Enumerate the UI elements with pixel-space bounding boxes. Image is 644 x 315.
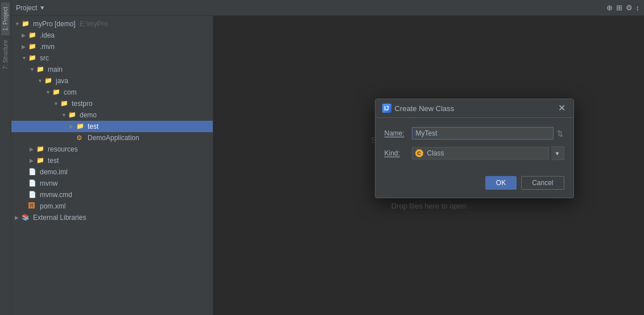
tree-label-test: test (88, 122, 98, 130)
tree-item-mvnw-cmd[interactable]: ▶ 📄 mvnw.cmd (11, 189, 213, 201)
tree-item-demoapp[interactable]: ▶ ⚙ DemoApplication (11, 132, 213, 144)
tree-item-pom[interactable]: ▶ 🅼 pom.xml (11, 201, 213, 212)
side-tabs: 1: Project 7: Structure (0, 0, 11, 315)
tree-label-src: src (40, 54, 49, 62)
name-label: Name: (385, 129, 412, 137)
tree-item-demo-iml[interactable]: ▶ 📄 demo.iml (11, 166, 213, 178)
pom-icon: 🅼 (28, 202, 38, 210)
tree-item-testpro[interactable]: ▼ 📁 testpro (11, 98, 213, 109)
tree-item-src[interactable]: ▼ 📁 src (11, 52, 213, 64)
toolbar-locate-btn[interactable]: ⊕ (606, 3, 613, 12)
tree-arrow-resources: ▶ (30, 146, 36, 152)
tree-item-resources[interactable]: ▶ 📁 resources (11, 144, 213, 155)
dialog-close-button[interactable]: ✕ (557, 104, 567, 113)
toolbar-collapse-btn[interactable]: ⊞ (616, 3, 622, 12)
drop-hint: Drop files here to open (391, 202, 467, 210)
tree-label-pom: pom.xml (40, 202, 65, 210)
file-tree: ▼ 📁 myPro [demo] E:\myPro ▶ 📁 .idea ▶ 📁 … (11, 16, 213, 315)
folder-icon-src: 📁 (28, 54, 38, 62)
ok-button[interactable]: OK (485, 176, 517, 190)
kind-dropdown-button[interactable]: ▼ (551, 146, 564, 160)
tree-arrow-ext-libs: ▶ (15, 215, 22, 220)
toolbar-icons: ⊕ ⊞ ⚙ ↕ (606, 3, 640, 12)
folder-icon-resources: 📁 (36, 145, 46, 153)
tree-item-demo[interactable]: ▼ 📁 demo (11, 109, 213, 121)
mvnwcmd-icon: 📄 (28, 191, 38, 199)
name-input-wrap: ⇅ (412, 127, 564, 140)
tree-item-mvnw[interactable]: ▶ 📄 mvnw (11, 178, 213, 189)
tree-arrow-testpro: ▼ (53, 101, 60, 107)
dialog-title: Create New Class (395, 104, 455, 113)
tree-label-ext-libs: External Libraries (33, 214, 86, 222)
tree-label-demo: demo (80, 111, 97, 119)
tree-item-idea[interactable]: ▶ 📁 .idea (11, 30, 213, 41)
tree-label-testpro: testpro (72, 100, 93, 108)
sidebar-tab-project[interactable]: 1: Project (1, 2, 10, 35)
tree-item-test[interactable]: ▶ 📁 test (11, 121, 213, 132)
sidebar-tab-structure[interactable]: 7: Structure (1, 35, 10, 74)
tree-arrow-test: ▶ (69, 124, 76, 129)
toolbar: Project ▼ ⊕ ⊞ ⚙ ↕ (11, 0, 644, 16)
tree-arrow-src: ▼ (22, 55, 28, 61)
project-label: Project (16, 4, 37, 12)
tree-arrow-idea: ▶ (22, 32, 28, 38)
folder-icon: 📁 (22, 20, 31, 28)
ext-libs-icon: 📚 (22, 214, 31, 222)
tree-item-label: myPro [demo] E:\myPro (33, 20, 108, 28)
folder-icon-main: 📁 (36, 66, 46, 73)
dialog-title-left: IJ Create New Class (382, 104, 455, 113)
name-input[interactable] (412, 127, 554, 140)
tree-label-com: com (64, 88, 77, 96)
modal-overlay: IJ Create New Class ✕ Name: (213, 16, 644, 315)
tree-arrow-main: ▼ (30, 67, 36, 72)
dialog-footer: OK Cancel (375, 174, 573, 198)
name-sort-button[interactable]: ⇅ (556, 129, 564, 138)
editor-area: Search Everywhere Double Shift Drop file… (213, 16, 644, 315)
name-row: Name: ⇅ (385, 127, 564, 140)
folder-icon-com: 📁 (52, 88, 61, 96)
folder-icon-test: 📁 (76, 122, 85, 130)
kind-label: Kind: (385, 149, 412, 157)
toolbar-sort-btn[interactable]: ↕ (636, 3, 640, 12)
content-area: ▼ 📁 myPro [demo] E:\myPro ▶ 📁 .idea ▶ 📁 … (11, 16, 644, 315)
mvnw-icon: 📄 (28, 179, 38, 187)
main-area: Project ▼ ⊕ ⊞ ⚙ ↕ ▼ 📁 myPro [demo] E:\my… (11, 0, 644, 315)
folder-icon-demo: 📁 (68, 111, 77, 119)
tree-label-java: java (56, 77, 68, 85)
folder-icon-java: 📁 (44, 77, 53, 85)
kind-select[interactable]: Class (412, 147, 549, 159)
tree-item-java[interactable]: ▼ 📁 java (11, 75, 213, 87)
tree-label-test2: test (48, 157, 59, 165)
tree-item-main[interactable]: ▼ 📁 main (11, 64, 213, 75)
create-new-class-dialog: IJ Create New Class ✕ Name: (375, 99, 574, 198)
tree-item-com[interactable]: ▼ 📁 com (11, 87, 213, 98)
tree-label-resources: resources (48, 145, 78, 153)
tree-label-demo-iml: demo.iml (40, 168, 68, 176)
toolbar-settings-btn[interactable]: ⚙ (626, 3, 633, 12)
java-icon-demoapp: ⚙ (76, 134, 85, 142)
folder-icon-test2: 📁 (36, 157, 46, 165)
folder-icon-mvn: 📁 (28, 43, 38, 51)
tree-arrow-test2: ▶ (30, 158, 36, 163)
dialog-body: Name: ⇅ Kind: (375, 118, 573, 174)
project-dropdown-icon[interactable]: ▼ (39, 5, 45, 11)
cancel-button[interactable]: Cancel (521, 176, 564, 190)
tree-item-mvn[interactable]: ▶ 📁 .mvn (11, 41, 213, 52)
tree-arrow-com: ▼ (46, 89, 52, 95)
tree-item-root[interactable]: ▼ 📁 myPro [demo] E:\myPro (11, 18, 213, 30)
folder-icon-testpro: 📁 (60, 100, 69, 108)
tree-label-main: main (48, 66, 63, 73)
tree-arrow-mvn: ▶ (22, 44, 28, 50)
tree-label-mvnw: mvnw (40, 179, 57, 187)
tree-arrow: ▼ (15, 21, 22, 27)
tree-label-mvn: .mvn (40, 43, 55, 51)
tree-arrow-demo: ▼ (61, 112, 68, 118)
dialog-titlebar: IJ Create New Class ✕ (375, 99, 573, 118)
tree-item-test2[interactable]: ▶ 📁 test (11, 155, 213, 166)
folder-icon-idea: 📁 (28, 31, 38, 39)
tree-label-idea: .idea (40, 31, 55, 39)
tree-label-mvnw-cmd: mvnw.cmd (40, 191, 72, 199)
dialog-app-icon: IJ (382, 104, 391, 113)
tree-item-ext-libs[interactable]: ▶ 📚 External Libraries (11, 212, 213, 223)
kind-input-wrap: C Class ▼ (412, 146, 564, 160)
